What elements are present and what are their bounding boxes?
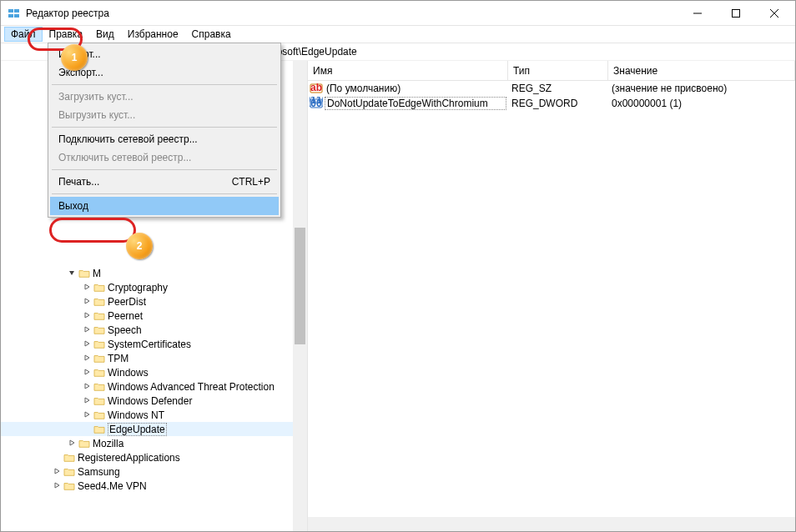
tree-item[interactable]: M (1, 266, 307, 280)
window-buttons (678, 1, 793, 25)
tree-item-label: Speech (108, 324, 142, 336)
menubar: Файл Правка Вид Избранное Справка (1, 26, 795, 43)
file-dropdown-menu: Импорт...Экспорт...Загрузить куст...Выгр… (48, 43, 281, 218)
menu-item-shortcut: CTRL+P (232, 176, 270, 188)
expand-icon[interactable] (81, 297, 93, 307)
menu-item-отключить-сетевой-реестр-: Отключить сетевой реестр... (50, 148, 279, 167)
column-value[interactable]: Значение (608, 61, 795, 80)
column-name[interactable]: Имя (308, 61, 508, 80)
expand-icon[interactable] (51, 467, 63, 477)
menu-item-загрузить-куст-: Загрузить куст... (50, 88, 279, 106)
menu-view[interactable]: Вид (89, 27, 121, 42)
tree-item[interactable]: Seed4.Me VPN (1, 479, 307, 493)
tree-item[interactable]: Windows (1, 365, 307, 379)
collapse-icon[interactable] (66, 269, 78, 279)
regedit-app-icon (8, 7, 21, 20)
menu-file[interactable]: Файл (4, 27, 43, 42)
menu-item-выгрузить-куст-: Выгрузить куст... (50, 106, 279, 124)
folder-icon (93, 339, 106, 350)
svg-rect-1 (14, 9, 19, 13)
value-row[interactable]: 01101001DoNotUpdateToEdgeWithChromiumREG… (308, 96, 795, 111)
tree-item[interactable]: Samsung (1, 464, 307, 479)
svg-rect-2 (8, 14, 13, 18)
folder-icon (63, 480, 76, 492)
tree-scrollbar-track[interactable] (293, 61, 307, 531)
tree-item[interactable]: RegisteredApplications (1, 450, 307, 464)
menu-separator (52, 193, 277, 194)
tree-item-label: Windows Defender (108, 395, 192, 407)
tree-item-label: Peernet (108, 310, 143, 322)
expand-icon[interactable] (81, 283, 93, 293)
folder-icon (78, 438, 91, 449)
folder-icon (93, 367, 106, 379)
minimize-button[interactable] (678, 1, 717, 25)
tree-item-label: SystemCertificates (108, 339, 191, 350)
expand-icon[interactable] (51, 481, 63, 491)
svg-rect-3 (14, 14, 19, 18)
menu-separator (52, 84, 277, 85)
dword-value-icon: 01101001 (308, 97, 325, 110)
menu-separator (52, 127, 277, 128)
column-headers: Имя Тип Значение (308, 61, 795, 81)
svg-rect-5 (733, 9, 740, 17)
value-type: REG_SZ (506, 83, 607, 94)
column-type[interactable]: Тип (508, 61, 608, 80)
tree-item-label: Seed4.Me VPN (78, 480, 147, 492)
tree-scrollbar-thumb[interactable] (295, 228, 305, 344)
folder-icon (93, 324, 106, 336)
menu-item-label: Выгрузить куст... (58, 109, 135, 121)
tree-item[interactable]: Speech (1, 323, 307, 337)
folder-icon (93, 353, 106, 364)
expand-icon[interactable] (81, 368, 93, 378)
value-type: REG_DWORD (506, 98, 607, 109)
menu-edit[interactable]: Правка (43, 27, 90, 42)
window-title: Редактор реестра (26, 8, 678, 19)
menu-item-label: Отключить сетевой реестр... (58, 152, 191, 163)
menu-item-label: Печать... (58, 176, 99, 188)
menu-favorites[interactable]: Избранное (121, 27, 185, 42)
menu-item-label: Подключить сетевой реестр... (58, 133, 198, 145)
folder-icon (93, 424, 106, 435)
expand-icon[interactable] (81, 382, 93, 392)
svg-text:ab: ab (310, 82, 322, 93)
maximize-button[interactable] (717, 1, 755, 25)
tree-item[interactable]: SystemCertificates (1, 337, 307, 351)
folder-icon (78, 268, 91, 279)
tree-item[interactable]: EdgeUpdate (1, 422, 307, 436)
close-button[interactable] (755, 1, 793, 25)
tree-item[interactable]: Windows Defender (1, 394, 307, 408)
folder-icon (93, 395, 106, 407)
menu-item-печать-[interactable]: Печать...CTRL+P (50, 173, 279, 191)
value-name: DoNotUpdateToEdgeWithChromium (325, 97, 506, 110)
expand-icon[interactable] (81, 339, 93, 349)
tree-item[interactable]: Peernet (1, 309, 307, 323)
tree-item-label: Mozilla (93, 438, 123, 449)
tree-item[interactable]: Cryptography (1, 280, 307, 294)
menu-item-label: Экспорт... (58, 67, 103, 78)
folder-icon (93, 310, 106, 322)
tree-item[interactable]: TPM (1, 351, 307, 365)
tree-item-label: RegisteredApplications (78, 452, 180, 464)
value-row[interactable]: ab(По умолчанию)REG_SZ(значение не присв… (308, 81, 795, 96)
tree-item-label: Windows NT (108, 409, 164, 421)
menu-item-подключить-сетевой-реестр-[interactable]: Подключить сетевой реестр... (50, 130, 279, 148)
menu-help[interactable]: Справка (185, 27, 238, 42)
values-pane[interactable]: Имя Тип Значение ab(По умолчанию)REG_SZ(… (308, 61, 795, 531)
values-hscrollbar[interactable] (308, 517, 795, 531)
tree-item[interactable]: Windows NT (1, 408, 307, 422)
menu-item-экспорт-[interactable]: Экспорт... (50, 63, 279, 82)
expand-icon[interactable] (81, 325, 93, 335)
expand-icon[interactable] (81, 354, 93, 364)
folder-icon (63, 466, 76, 478)
expand-icon[interactable] (66, 439, 78, 449)
expand-icon[interactable] (81, 396, 93, 406)
expand-icon[interactable] (81, 410, 93, 420)
tree-item[interactable]: PeerDist (1, 294, 307, 309)
svg-rect-0 (8, 9, 13, 13)
expand-icon[interactable] (81, 311, 93, 321)
menu-item-импорт-[interactable]: Импорт... (50, 45, 279, 63)
tree-item[interactable]: Mozilla (1, 436, 307, 450)
menu-item-выход[interactable]: Выход (50, 197, 279, 215)
tree-item[interactable]: Windows Advanced Threat Protection (1, 379, 307, 394)
tree-item-label: Windows Advanced Threat Protection (108, 381, 275, 393)
